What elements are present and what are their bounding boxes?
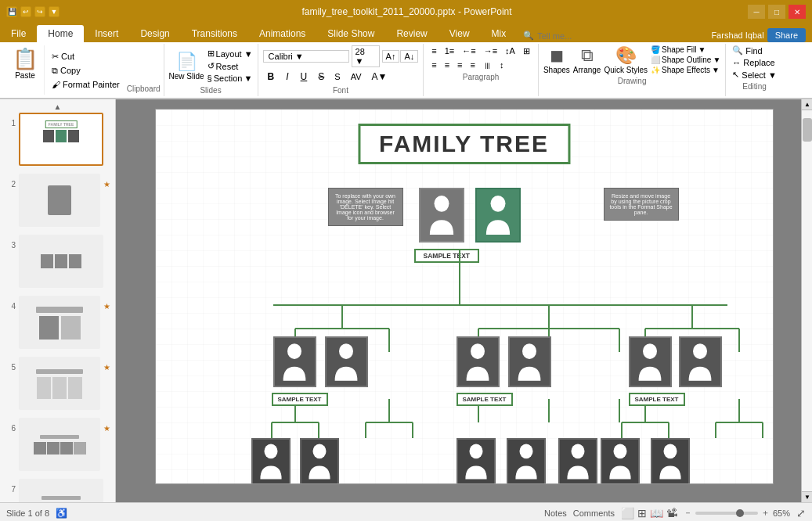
tab-animations[interactable]: Animations (248, 25, 316, 42)
slide-thumb-4[interactable]: 4 ★ (3, 294, 112, 350)
bullets-btn[interactable]: ≡ (428, 45, 439, 57)
slide-thumb-5[interactable]: 5 ★ (3, 355, 112, 411)
close-btn[interactable]: ✕ (789, 5, 806, 19)
tab-home[interactable]: Home (37, 25, 84, 42)
font-group: Calibri ▼ 28 ▼ A↑ A↓ B I U S S AV A▼ Fon… (258, 44, 424, 96)
zoom-in-btn[interactable]: ＋ (761, 507, 770, 519)
slide-img-7[interactable] (19, 479, 103, 502)
tab-view[interactable]: View (438, 25, 481, 42)
slide-thumb-7[interactable]: 7 (3, 477, 112, 502)
select-button[interactable]: ↖ Select ▼ (732, 70, 776, 80)
tab-slideshow[interactable]: Slide Show (316, 25, 385, 42)
strikethrough-button[interactable]: S (314, 70, 328, 83)
redo-icon[interactable]: ↪ (34, 6, 45, 17)
customize-btn[interactable]: ▼ (49, 6, 60, 17)
shapes-button[interactable]: ◼ Shapes (543, 45, 570, 74)
fit-slide-btn[interactable]: ⤢ (796, 507, 806, 519)
save-icon[interactable]: 💾 (6, 6, 17, 17)
zoom-level[interactable]: 65% (773, 508, 790, 518)
layout-button[interactable]: ⊞ Layout ▼ (208, 49, 253, 59)
zoom-thumb[interactable] (736, 509, 744, 517)
comments-button[interactable]: Comments (573, 508, 615, 518)
columns-btn[interactable]: ⫼ (480, 59, 495, 70)
text-direction-btn[interactable]: ↕A (502, 45, 518, 57)
minimize-btn[interactable]: ─ (748, 5, 765, 19)
copy-button[interactable]: ⧉ Copy (49, 65, 122, 77)
maximize-btn[interactable]: □ (768, 5, 785, 19)
convert-to-smartart-btn[interactable]: ⊞ (520, 45, 533, 57)
shape-effects-button[interactable]: ✨ Shape Effects ▼ (651, 66, 720, 74)
slide-thumb-2[interactable]: 2 ★ (3, 172, 112, 228)
font-color-btn[interactable]: A▼ (367, 70, 391, 83)
align-center-btn[interactable]: ≡ (442, 59, 453, 70)
slide-thumb-1[interactable]: 1 FAMILY TREE (3, 111, 112, 167)
slide-thumb-6[interactable]: 6 ★ (3, 416, 112, 472)
scroll-up-btn[interactable]: ▲ (3, 102, 112, 111)
shape-outline-button[interactable]: ⬜ Shape Outline ▼ (651, 56, 720, 64)
replace-icon: ↔ (732, 58, 741, 67)
presenter-view-btn[interactable]: 📽 (666, 507, 677, 519)
font-family-dropdown[interactable]: Calibri ▼ (263, 50, 349, 63)
scroll-down-arrow[interactable]: ▼ (802, 491, 812, 502)
shape-fill-button[interactable]: 🪣 Shape Fill ▼ (651, 45, 720, 54)
decrease-font-btn[interactable]: A↓ (400, 50, 418, 63)
slide-thumb-3[interactable]: 3 (3, 233, 112, 289)
new-slide-button[interactable]: 📄 New Slide (169, 52, 204, 81)
slide-img-5[interactable] (19, 357, 100, 410)
section-button[interactable]: § Section ▼ (208, 74, 253, 83)
scroll-up-arrow[interactable]: ▲ (802, 99, 812, 110)
replace-button[interactable]: ↔ Replace (732, 58, 776, 67)
title-bar-controls[interactable]: 💾 ↩ ↪ ▼ (6, 6, 60, 17)
tab-review[interactable]: Review (385, 25, 438, 42)
increase-font-btn[interactable]: A↑ (382, 50, 400, 63)
italic-button[interactable]: I (281, 70, 293, 84)
reset-button[interactable]: ↺ Reset (208, 61, 253, 71)
line-spacing-btn[interactable]: ↕ (496, 59, 507, 70)
numbering-btn[interactable]: 1≡ (442, 45, 458, 57)
paste-button[interactable]: 📋 Paste (6, 45, 45, 95)
normal-view-btn[interactable]: ⬜ (621, 507, 634, 519)
person-box-gen1-center (475, 188, 521, 243)
grid-background (156, 110, 773, 483)
slide-img-1[interactable]: FAMILY TREE (19, 113, 103, 166)
tab-design[interactable]: Design (129, 25, 180, 42)
tell-me-input[interactable] (537, 31, 600, 41)
slide-img-6[interactable] (19, 418, 100, 471)
align-left-btn[interactable]: ≡ (428, 59, 439, 70)
share-button[interactable]: Share (767, 28, 806, 42)
char-spacing-btn[interactable]: AV (347, 71, 366, 82)
underline-button[interactable]: U (296, 70, 312, 84)
sample-label-gen1: SAMPLE TEXT (414, 249, 480, 263)
font-size-dropdown[interactable]: 28 ▼ (352, 45, 380, 67)
arrange-button[interactable]: ⧉ Arrange (573, 45, 601, 74)
zoom-slider[interactable] (695, 512, 758, 515)
decrease-indent-btn[interactable]: ←≡ (459, 45, 478, 57)
slide-img-3[interactable] (19, 235, 103, 288)
slide-sorter-btn[interactable]: ⊞ (637, 507, 647, 519)
undo-icon[interactable]: ↩ (20, 6, 31, 17)
scroll-thumb[interactable] (803, 118, 812, 142)
window-controls[interactable]: ─ □ ✕ (748, 5, 806, 19)
shadow-button[interactable]: S (330, 71, 344, 82)
align-right-btn[interactable]: ≡ (454, 59, 465, 70)
quick-styles-button[interactable]: 🎨 Quick Styles (604, 45, 648, 74)
slide-img-2[interactable] (19, 174, 100, 227)
notes-button[interactable]: Notes (544, 508, 567, 518)
cut-button[interactable]: ✂ Cut (49, 51, 122, 63)
slide-star-4: ★ (103, 302, 110, 311)
tell-me-box[interactable]: 🔍 (517, 29, 606, 42)
find-button[interactable]: 🔍 Find (732, 45, 776, 56)
tab-transitions[interactable]: Transitions (181, 25, 248, 42)
justify-btn[interactable]: ≡ (467, 59, 478, 70)
reading-view-btn[interactable]: 📖 (650, 507, 663, 519)
bold-button[interactable]: B (263, 70, 280, 84)
zoom-out-btn[interactable]: － (684, 507, 692, 519)
silhouette-g2l2 (332, 343, 360, 382)
tab-mix[interactable]: Mix (481, 25, 518, 42)
format-painter-button[interactable]: 🖌 Format Painter (49, 79, 122, 90)
increase-indent-btn[interactable]: →≡ (481, 45, 500, 57)
tab-insert[interactable]: Insert (84, 25, 129, 42)
vertical-scrollbar[interactable]: ▲ ▼ (801, 99, 812, 502)
tab-file[interactable]: File (0, 25, 37, 42)
slide-img-4[interactable] (19, 296, 100, 349)
